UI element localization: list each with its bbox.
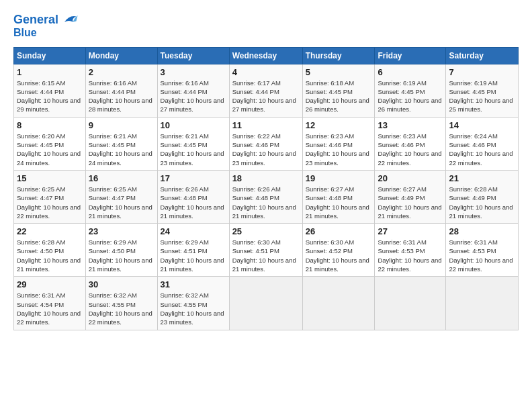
day-info: Sunrise: 6:25 AMSunset: 4:47 PMDaylight:… xyxy=(89,185,154,220)
day-number: 19 xyxy=(306,173,372,183)
calendar-cell: 24Sunrise: 6:29 AMSunset: 4:51 PMDayligh… xyxy=(157,224,229,277)
header-day-wednesday: Wednesday xyxy=(229,47,302,64)
day-info: Sunrise: 6:16 AMSunset: 4:44 PMDaylight:… xyxy=(161,79,226,114)
calendar-cell: 7Sunrise: 6:19 AMSunset: 4:45 PMDaylight… xyxy=(446,64,519,117)
calendar-cell: 2Sunrise: 6:16 AMSunset: 4:44 PMDaylight… xyxy=(85,64,157,117)
day-info: Sunrise: 6:16 AMSunset: 4:44 PMDaylight:… xyxy=(89,79,154,114)
logo-bird-icon xyxy=(60,11,79,30)
calendar-cell xyxy=(375,277,446,330)
day-info: Sunrise: 6:19 AMSunset: 4:45 PMDaylight:… xyxy=(449,79,515,114)
day-number: 1 xyxy=(17,67,83,77)
day-info: Sunrise: 6:15 AMSunset: 4:44 PMDaylight:… xyxy=(17,79,83,114)
calendar-cell: 27Sunrise: 6:31 AMSunset: 4:53 PMDayligh… xyxy=(375,224,446,277)
header-day-tuesday: Tuesday xyxy=(157,47,229,64)
header-day-saturday: Saturday xyxy=(446,47,519,64)
day-info: Sunrise: 6:29 AMSunset: 4:51 PMDaylight:… xyxy=(161,238,226,273)
week-row-2: 8Sunrise: 6:20 AMSunset: 4:45 PMDaylight… xyxy=(14,117,519,170)
day-info: Sunrise: 6:17 AMSunset: 4:44 PMDaylight:… xyxy=(232,79,300,114)
day-info: Sunrise: 6:19 AMSunset: 4:45 PMDaylight:… xyxy=(378,79,443,114)
calendar-cell: 1Sunrise: 6:15 AMSunset: 4:44 PMDaylight… xyxy=(14,64,86,117)
header: General Blue xyxy=(13,11,519,39)
calendar-cell: 25Sunrise: 6:30 AMSunset: 4:51 PMDayligh… xyxy=(229,224,302,277)
calendar-cell: 8Sunrise: 6:20 AMSunset: 4:45 PMDaylight… xyxy=(14,117,86,170)
calendar-cell: 12Sunrise: 6:23 AMSunset: 4:46 PMDayligh… xyxy=(302,117,375,170)
day-info: Sunrise: 6:25 AMSunset: 4:47 PMDaylight:… xyxy=(17,185,83,220)
day-number: 18 xyxy=(232,173,300,183)
day-number: 2 xyxy=(89,67,154,77)
calendar-cell: 6Sunrise: 6:19 AMSunset: 4:45 PMDaylight… xyxy=(375,64,446,117)
day-info: Sunrise: 6:22 AMSunset: 4:46 PMDaylight:… xyxy=(232,132,300,167)
calendar-cell: 4Sunrise: 6:17 AMSunset: 4:44 PMDaylight… xyxy=(229,64,302,117)
day-number: 6 xyxy=(378,67,443,77)
header-row: SundayMondayTuesdayWednesdayThursdayFrid… xyxy=(14,47,519,64)
logo: General Blue xyxy=(13,11,79,39)
day-info: Sunrise: 6:23 AMSunset: 4:46 PMDaylight:… xyxy=(306,132,372,167)
logo-text: General xyxy=(13,13,58,27)
calendar-cell: 13Sunrise: 6:23 AMSunset: 4:46 PMDayligh… xyxy=(375,117,446,170)
calendar-cell: 23Sunrise: 6:29 AMSunset: 4:50 PMDayligh… xyxy=(85,224,157,277)
day-number: 23 xyxy=(89,226,154,236)
day-number: 29 xyxy=(17,279,83,289)
calendar-cell: 19Sunrise: 6:27 AMSunset: 4:48 PMDayligh… xyxy=(302,170,375,223)
day-number: 25 xyxy=(232,226,300,236)
day-info: Sunrise: 6:32 AMSunset: 4:55 PMDaylight:… xyxy=(161,291,226,326)
calendar-cell xyxy=(446,277,519,330)
day-number: 27 xyxy=(378,226,443,236)
day-info: Sunrise: 6:31 AMSunset: 4:54 PMDaylight:… xyxy=(17,291,83,326)
day-number: 10 xyxy=(161,120,226,130)
day-number: 20 xyxy=(378,173,443,183)
header-day-sunday: Sunday xyxy=(14,47,86,64)
day-info: Sunrise: 6:24 AMSunset: 4:46 PMDaylight:… xyxy=(449,132,515,167)
day-info: Sunrise: 6:28 AMSunset: 4:49 PMDaylight:… xyxy=(449,185,515,220)
day-number: 8 xyxy=(17,120,83,130)
day-number: 22 xyxy=(17,226,83,236)
day-number: 24 xyxy=(161,226,226,236)
week-row-4: 22Sunrise: 6:28 AMSunset: 4:50 PMDayligh… xyxy=(14,224,519,277)
calendar-cell: 15Sunrise: 6:25 AMSunset: 4:47 PMDayligh… xyxy=(14,170,86,223)
calendar-cell: 11Sunrise: 6:22 AMSunset: 4:46 PMDayligh… xyxy=(229,117,302,170)
day-info: Sunrise: 6:26 AMSunset: 4:48 PMDaylight:… xyxy=(161,185,226,220)
day-info: Sunrise: 6:27 AMSunset: 4:48 PMDaylight:… xyxy=(306,185,372,220)
calendar-cell: 10Sunrise: 6:21 AMSunset: 4:45 PMDayligh… xyxy=(157,117,229,170)
day-info: Sunrise: 6:32 AMSunset: 4:55 PMDaylight:… xyxy=(89,291,154,326)
calendar-cell: 9Sunrise: 6:21 AMSunset: 4:45 PMDaylight… xyxy=(85,117,157,170)
day-info: Sunrise: 6:30 AMSunset: 4:51 PMDaylight:… xyxy=(232,238,300,273)
calendar-cell: 16Sunrise: 6:25 AMSunset: 4:47 PMDayligh… xyxy=(85,170,157,223)
day-number: 17 xyxy=(161,173,226,183)
calendar-cell: 20Sunrise: 6:27 AMSunset: 4:49 PMDayligh… xyxy=(375,170,446,223)
day-number: 7 xyxy=(449,67,515,77)
week-row-5: 29Sunrise: 6:31 AMSunset: 4:54 PMDayligh… xyxy=(14,277,519,330)
day-number: 9 xyxy=(89,120,154,130)
calendar-cell xyxy=(302,277,375,330)
day-number: 13 xyxy=(378,120,443,130)
calendar-cell: 17Sunrise: 6:26 AMSunset: 4:48 PMDayligh… xyxy=(157,170,229,223)
header-day-thursday: Thursday xyxy=(302,47,375,64)
calendar-cell: 30Sunrise: 6:32 AMSunset: 4:55 PMDayligh… xyxy=(85,277,157,330)
calendar-body: 1Sunrise: 6:15 AMSunset: 4:44 PMDaylight… xyxy=(14,64,519,330)
page: General Blue SundayMondayTuesdayWednesda… xyxy=(0,0,532,337)
header-day-friday: Friday xyxy=(375,47,446,64)
week-row-1: 1Sunrise: 6:15 AMSunset: 4:44 PMDaylight… xyxy=(14,64,519,117)
day-number: 4 xyxy=(232,67,300,77)
day-number: 31 xyxy=(161,279,226,289)
calendar-cell: 14Sunrise: 6:24 AMSunset: 4:46 PMDayligh… xyxy=(446,117,519,170)
day-number: 21 xyxy=(449,173,515,183)
day-info: Sunrise: 6:21 AMSunset: 4:45 PMDaylight:… xyxy=(89,132,154,167)
calendar-cell: 28Sunrise: 6:31 AMSunset: 4:53 PMDayligh… xyxy=(446,224,519,277)
day-info: Sunrise: 6:30 AMSunset: 4:52 PMDaylight:… xyxy=(306,238,372,273)
day-info: Sunrise: 6:23 AMSunset: 4:46 PMDaylight:… xyxy=(378,132,443,167)
day-number: 15 xyxy=(17,173,83,183)
day-info: Sunrise: 6:27 AMSunset: 4:49 PMDaylight:… xyxy=(378,185,443,220)
day-number: 16 xyxy=(89,173,154,183)
day-info: Sunrise: 6:18 AMSunset: 4:45 PMDaylight:… xyxy=(306,79,372,114)
day-info: Sunrise: 6:31 AMSunset: 4:53 PMDaylight:… xyxy=(378,238,443,273)
calendar: SundayMondayTuesdayWednesdayThursdayFrid… xyxy=(13,47,519,330)
calendar-cell: 31Sunrise: 6:32 AMSunset: 4:55 PMDayligh… xyxy=(157,277,229,330)
calendar-cell xyxy=(229,277,302,330)
calendar-cell: 26Sunrise: 6:30 AMSunset: 4:52 PMDayligh… xyxy=(302,224,375,277)
calendar-cell: 21Sunrise: 6:28 AMSunset: 4:49 PMDayligh… xyxy=(446,170,519,223)
day-number: 28 xyxy=(449,226,515,236)
week-row-3: 15Sunrise: 6:25 AMSunset: 4:47 PMDayligh… xyxy=(14,170,519,223)
calendar-cell: 29Sunrise: 6:31 AMSunset: 4:54 PMDayligh… xyxy=(14,277,86,330)
day-info: Sunrise: 6:31 AMSunset: 4:53 PMDaylight:… xyxy=(449,238,515,273)
